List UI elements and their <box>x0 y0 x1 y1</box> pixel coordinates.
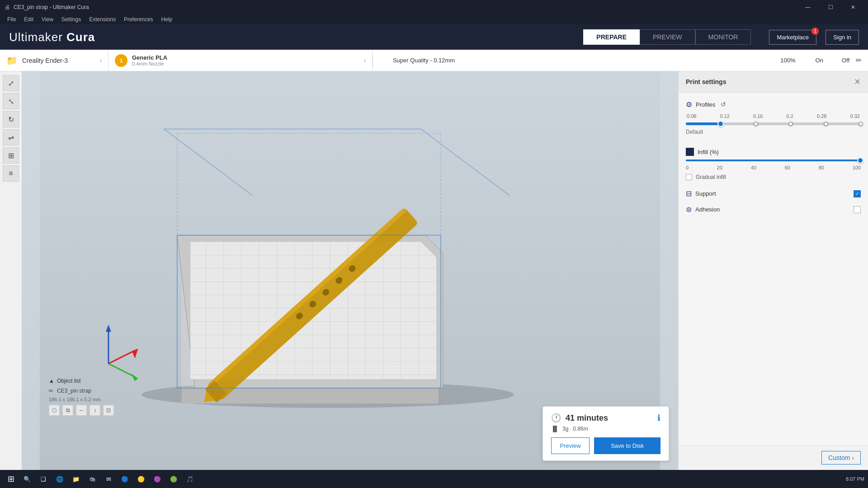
print-settings-content: ⚙ Profiles ↺ 0.08 0.12 0.16 0.2 0.28 0.3… <box>679 93 868 445</box>
tab-prepare[interactable]: PREPARE <box>583 29 640 45</box>
support-label-row: ⊟ Support <box>686 189 716 198</box>
taskbar-edge-icon[interactable]: 🌐 <box>52 472 67 486</box>
taskbar-mail-icon[interactable]: ✉ <box>101 472 116 486</box>
profiles-label-row: ⚙ Profiles ↺ <box>686 100 861 109</box>
print-settings-header: Print settings ✕ <box>679 71 868 93</box>
taskbar-chrome-icon[interactable]: 🔵 <box>118 472 132 486</box>
minimize-button[interactable]: — <box>797 0 818 14</box>
window-title: 🖨 CE3_pin strap - Ultimaker Cura <box>5 4 89 10</box>
profiles-slider-thumb[interactable] <box>717 121 724 127</box>
profiles-setting: ⚙ Profiles ↺ 0.08 0.12 0.16 0.2 0.28 0.3… <box>686 100 861 139</box>
menu-settings[interactable]: Settings <box>58 15 85 23</box>
maximize-button[interactable]: ☐ <box>820 0 841 14</box>
taskbar-store-icon[interactable]: 🛍 <box>85 472 99 486</box>
profiles-slider-dot <box>754 122 758 126</box>
viewport-background: ▲ Object list ✏ CE3_pin strap 186.1 x 18… <box>22 71 678 470</box>
infill-labels: 0 20 40 60 80 100 <box>686 165 861 170</box>
view-on-label: On <box>816 57 823 64</box>
print-settings-close[interactable]: ✕ <box>854 77 861 87</box>
output-time-row: 🕐 41 minutes ℹ <box>551 413 660 423</box>
tool-scale[interactable]: ⤡ <box>3 93 19 109</box>
menu-help[interactable]: Help <box>158 15 176 23</box>
support-label: Support <box>695 190 716 197</box>
infill-slider-thumb[interactable] <box>857 157 863 164</box>
taskbar-taskview-icon[interactable]: ❑ <box>36 472 51 486</box>
tool-move[interactable]: ⤢ <box>3 75 19 91</box>
clock-icon: 🕐 <box>551 413 561 423</box>
print-settings-title: Print settings <box>686 78 726 85</box>
marketplace-button[interactable]: Marketplace 1 <box>769 30 816 45</box>
left-toolbar: ⤢ ⤡ ↻ ⇌ ⊞ ≡ <box>0 71 22 470</box>
taskbar-time: 8:07 PM <box>846 476 864 482</box>
view-controls: ⊠ 100% 🖱 On ✳ Off ✏ <box>762 56 868 65</box>
adhesion-label-row: ⊜ Adhesion <box>686 205 720 214</box>
quality-selector[interactable]: ⚙ Super Quality - 0.12mm <box>373 50 762 71</box>
menu-extensions[interactable]: Extensions <box>85 15 119 23</box>
quality-icon: ⚙ <box>379 56 387 66</box>
info-icon[interactable]: ℹ <box>657 413 660 423</box>
tool-settings[interactable]: ≡ <box>3 165 19 182</box>
object-flip-v-icon[interactable]: ↕ <box>90 405 100 416</box>
printer-selector[interactable]: 📁 Creality Ender-3 ‹ <box>0 50 108 71</box>
viewport[interactable]: ▲ Object list ✏ CE3_pin strap 186.1 x 18… <box>22 71 678 470</box>
tool-support[interactable]: ⊞ <box>3 147 19 164</box>
tab-monitor[interactable]: MONITOR <box>695 29 751 45</box>
adhesion-label: Adhesion <box>695 206 720 213</box>
profiles-icon: ⚙ <box>686 100 692 109</box>
gradual-infill-checkbox[interactable] <box>686 174 692 180</box>
window-controls[interactable]: — ☐ ✕ <box>797 0 863 14</box>
material-selector[interactable]: 1 Generic PLA 0.4mm Nozzle ‹ <box>108 50 373 71</box>
profiles-slider-track[interactable] <box>686 122 861 125</box>
support-icon: ⊟ <box>686 189 692 198</box>
infill-icon <box>686 148 694 156</box>
object-dimensions: 186.1 x 186.1 x 5.2 mm <box>49 397 114 402</box>
preview-button[interactable]: Preview <box>551 437 590 454</box>
tool-rotate[interactable]: ↻ <box>3 111 19 127</box>
object-list-item[interactable]: ✏ CE3_pin strap <box>49 386 114 396</box>
chevron-up-icon: ▲ <box>49 378 54 384</box>
gradual-infill-label: Gradual infill <box>696 174 726 180</box>
infill-slider-track[interactable] <box>686 160 861 161</box>
print-settings-panel: Print settings ✕ ⚙ Profiles ↺ 0.08 0.12 … <box>678 71 868 470</box>
tool-mirror[interactable]: ⇌ <box>3 129 19 145</box>
taskbar-teams-icon[interactable]: 🟣 <box>150 472 165 486</box>
taskbar-search-icon[interactable]: 🔍 <box>20 472 34 486</box>
edit-icon[interactable]: ✏ <box>856 56 862 65</box>
pencil-icon: ✏ <box>49 388 53 394</box>
adhesion-checkbox[interactable] <box>854 206 861 213</box>
object-flip-h-icon[interactable]: ↔ <box>76 405 87 416</box>
view-percentage: 100% <box>780 57 795 64</box>
taskbar-explorer-icon[interactable]: 📁 <box>69 472 83 486</box>
close-button[interactable]: ✕ <box>843 0 863 14</box>
gradual-infill-row: Gradual infill <box>686 174 861 180</box>
object-copy-icon[interactable]: ⧉ <box>62 405 73 416</box>
menu-edit[interactable]: Edit <box>20 15 37 23</box>
menu-file[interactable]: File <box>4 15 19 23</box>
taskbar-music-icon[interactable]: 🎵 <box>183 472 197 486</box>
tab-preview[interactable]: PREVIEW <box>640 29 695 45</box>
print-time: 41 minutes <box>566 413 608 423</box>
object-more-icon[interactable]: ⊡ <box>103 405 114 416</box>
taskbar-cura-icon[interactable]: 🟡 <box>134 472 148 486</box>
taskbar-copilot-icon[interactable]: 🟢 <box>166 472 181 486</box>
profiles-reset-icon[interactable]: ↺ <box>719 100 728 109</box>
brand-logo: Ultimaker Cura <box>9 30 95 44</box>
app-icon: 🖨 <box>5 4 10 10</box>
object-cube-icon[interactable]: ⬡ <box>49 405 60 416</box>
support-checkbox[interactable]: ✓ <box>854 190 861 197</box>
menu-view[interactable]: View <box>38 15 57 23</box>
profiles-slider-area[interactable]: 0.08 0.12 0.16 0.2 0.28 0.32 <box>686 112 861 139</box>
custom-button[interactable]: Custom › <box>821 451 861 465</box>
signin-button[interactable]: Sign in <box>826 30 859 45</box>
save-to-disk-button[interactable]: Save to Disk <box>594 437 660 454</box>
view-off-label: Off <box>842 57 849 64</box>
object-list-header[interactable]: ▲ Object list <box>49 378 114 384</box>
taskbar-icons: 🔍 ❑ 🌐 📁 🛍 ✉ 🔵 🟡 🟣 🟢 🎵 <box>20 472 197 486</box>
topnav: Ultimaker Cura PREPARE PREVIEW MONITOR M… <box>0 24 868 50</box>
menu-preferences[interactable]: Preferences <box>120 15 157 23</box>
infill-label-row: Infill (%) <box>686 148 861 156</box>
infill-setting: Infill (%) 0 20 40 60 80 100 Gradual inf… <box>686 148 861 180</box>
taskbar-start-button[interactable]: ⊞ <box>4 472 18 486</box>
profiles-slider-dot2 <box>788 122 793 126</box>
material-info: Generic PLA 0.4mm Nozzle <box>132 54 167 66</box>
